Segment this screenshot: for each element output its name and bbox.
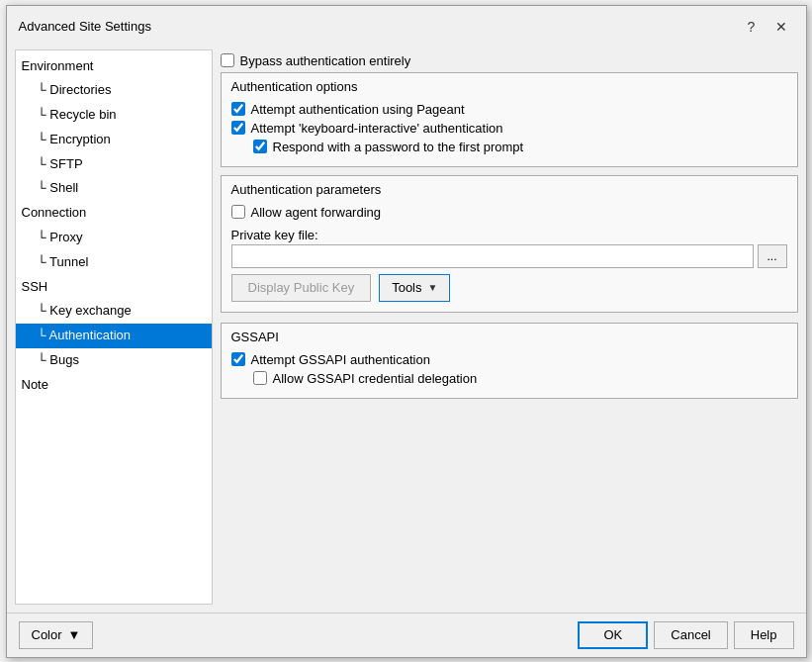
- sidebar-tree: Environment└ Directories└ Recycle bin└ E…: [15, 49, 213, 605]
- bypass-row: Bypass authentication entirely: [221, 49, 798, 72]
- display-public-key-button[interactable]: Display Public Key: [231, 274, 372, 302]
- bypass-checkbox[interactable]: [221, 53, 234, 67]
- respond-checkbox[interactable]: [253, 140, 267, 153]
- keyboard-checkbox[interactable]: [231, 121, 245, 135]
- sidebar-item-bugs[interactable]: └ Bugs: [16, 348, 212, 373]
- private-key-label: Private key file:: [231, 228, 787, 242]
- pageant-checkbox[interactable]: [231, 102, 245, 116]
- browse-button[interactable]: ...: [758, 244, 787, 268]
- help-button[interactable]: Help: [734, 621, 794, 649]
- gssapi-delegate-checkbox[interactable]: [253, 371, 267, 385]
- agent-forwarding-label: Allow agent forwarding: [251, 205, 382, 220]
- private-key-input[interactable]: [231, 244, 754, 268]
- respond-label: Respond with a password to the first pro…: [273, 140, 524, 154]
- gssapi-attempt-row: Attempt GSSAPI authentication: [231, 350, 787, 369]
- sidebar-item-authentication[interactable]: └ Authentication: [16, 324, 212, 348]
- gssapi-title: GSSAPI: [231, 330, 787, 344]
- gssapi-attempt-checkbox[interactable]: [231, 352, 245, 366]
- sidebar-item-proxy[interactable]: └ Proxy: [16, 226, 212, 250]
- auth-params-title: Authentication parameters: [231, 182, 787, 197]
- auth-options-group: Authentication options Attempt authentic…: [221, 72, 798, 167]
- sidebar-item-note[interactable]: Note: [16, 373, 212, 398]
- gssapi-delegate-row: Allow GSSAPI credential delegation: [231, 369, 787, 388]
- help-icon-button[interactable]: ?: [739, 14, 765, 40]
- sidebar-item-encryption[interactable]: └ Encryption: [16, 128, 212, 152]
- title-bar-buttons: ? ✕: [739, 14, 794, 40]
- bottom-right: OK Cancel Help: [578, 621, 793, 649]
- sidebar-item-connection[interactable]: Connection: [16, 201, 212, 226]
- gssapi-attempt-label: Attempt GSSAPI authentication: [251, 352, 430, 367]
- sidebar-item-shell[interactable]: └ Shell: [16, 176, 212, 201]
- sidebar-item-directories[interactable]: └ Directories: [16, 78, 212, 103]
- gssapi-delegate-label: Allow GSSAPI credential delegation: [273, 371, 478, 386]
- keyboard-row: Attempt 'keyboard-interactive' authentic…: [231, 119, 787, 138]
- main-content: Bypass authentication entirely Authentic…: [221, 49, 798, 605]
- action-row: Display Public Key Tools ▼: [231, 274, 787, 302]
- dialog-title: Advanced Site Settings: [19, 19, 151, 34]
- gssapi-group: GSSAPI Attempt GSSAPI authentication All…: [221, 323, 798, 399]
- sidebar-item-ssh[interactable]: SSH: [16, 275, 212, 300]
- keyboard-label: Attempt 'keyboard-interactive' authentic…: [251, 121, 503, 136]
- respond-row: Respond with a password to the first pro…: [231, 138, 787, 156]
- agent-forwarding-checkbox[interactable]: [231, 205, 245, 219]
- tools-button[interactable]: Tools ▼: [379, 274, 450, 302]
- bottom-bar: Color ▼ OK Cancel Help: [7, 613, 806, 657]
- cancel-button[interactable]: Cancel: [654, 621, 727, 649]
- dialog-body: Environment└ Directories└ Recycle bin└ E…: [7, 46, 806, 613]
- pageant-row: Attempt authentication using Pageant: [231, 100, 787, 119]
- close-button[interactable]: ✕: [768, 14, 794, 40]
- tools-label: Tools: [392, 280, 421, 295]
- tools-dropdown-arrow: ▼: [428, 282, 438, 293]
- bottom-left: Color ▼: [19, 621, 94, 649]
- ok-button[interactable]: OK: [578, 621, 648, 649]
- color-label: Color: [32, 627, 62, 642]
- auth-params-group: Authentication parameters Allow agent fo…: [221, 175, 798, 313]
- title-bar: Advanced Site Settings ? ✕: [7, 6, 806, 46]
- auth-options-title: Authentication options: [231, 79, 787, 94]
- color-dropdown-arrow: ▼: [68, 627, 81, 642]
- bypass-label: Bypass authentication entirely: [240, 53, 411, 68]
- private-key-row: ...: [231, 244, 787, 268]
- color-button[interactable]: Color ▼: [19, 621, 94, 649]
- pageant-label: Attempt authentication using Pageant: [251, 102, 465, 117]
- sidebar-item-sftp[interactable]: └ SFTP: [16, 152, 212, 177]
- sidebar-item-environment[interactable]: Environment: [16, 54, 212, 79]
- sidebar-item-key-exchange[interactable]: └ Key exchange: [16, 299, 212, 324]
- dialog: Advanced Site Settings ? ✕ Environment└ …: [6, 5, 807, 658]
- sidebar-item-tunnel[interactable]: └ Tunnel: [16, 250, 212, 275]
- sidebar-item-recycle-bin[interactable]: └ Recycle bin: [16, 103, 212, 128]
- agent-forwarding-row: Allow agent forwarding: [231, 203, 787, 222]
